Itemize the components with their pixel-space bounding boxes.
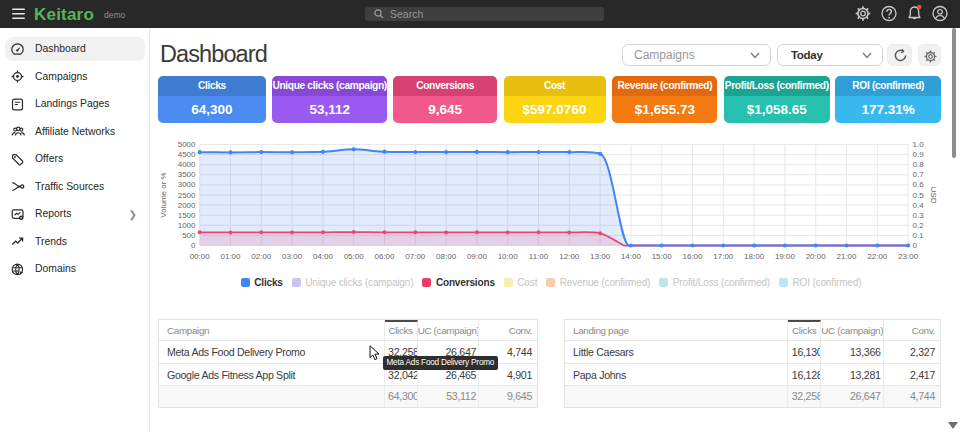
svg-text:06:00: 06:00 [374, 252, 395, 261]
svg-text:2500: 2500 [178, 191, 196, 200]
svg-text:0.5: 0.5 [913, 191, 925, 200]
svg-text:20:00: 20:00 [806, 252, 827, 261]
svg-text:08:00: 08:00 [436, 252, 457, 261]
svg-text:11:00: 11:00 [529, 252, 549, 261]
svg-text:17:00: 17:00 [713, 252, 734, 261]
svg-text:0.3: 0.3 [913, 211, 925, 220]
svg-text:1500: 1500 [178, 211, 196, 220]
svg-text:21:00: 21:00 [836, 252, 857, 261]
svg-text:0.8: 0.8 [913, 160, 925, 169]
svg-text:23:00: 23:00 [898, 252, 919, 261]
svg-text:0.2: 0.2 [913, 221, 925, 230]
svg-text:3000: 3000 [178, 180, 196, 189]
svg-text:500: 500 [182, 231, 196, 240]
svg-text:2000: 2000 [178, 201, 196, 210]
svg-text:10:00: 10:00 [498, 252, 519, 261]
svg-text:22:00: 22:00 [867, 252, 888, 261]
svg-text:13:00: 13:00 [590, 252, 611, 261]
svg-text:04:00: 04:00 [313, 252, 334, 261]
svg-text:1.0: 1.0 [913, 140, 925, 149]
svg-text:00:00: 00:00 [190, 252, 211, 261]
svg-text:Volume or %: Volume or % [159, 172, 168, 217]
svg-text:09:00: 09:00 [467, 252, 488, 261]
svg-text:05:00: 05:00 [344, 252, 365, 261]
svg-text:0.4: 0.4 [913, 201, 925, 210]
svg-text:0: 0 [913, 241, 918, 250]
svg-text:16:00: 16:00 [682, 252, 703, 261]
svg-text:18:00: 18:00 [744, 252, 765, 261]
svg-text:4500: 4500 [178, 150, 196, 159]
svg-text:01:00: 01:00 [220, 252, 241, 261]
svg-text:1000: 1000 [178, 221, 196, 230]
svg-text:0.6: 0.6 [913, 180, 925, 189]
svg-text:14:00: 14:00 [621, 252, 642, 261]
svg-text:4000: 4000 [178, 160, 196, 169]
svg-text:0: 0 [191, 241, 196, 250]
svg-text:12:00: 12:00 [559, 252, 580, 261]
svg-text:USD: USD [929, 187, 938, 204]
svg-text:02:00: 02:00 [251, 252, 272, 261]
svg-text:0.9: 0.9 [913, 150, 925, 159]
svg-text:0.7: 0.7 [913, 170, 925, 179]
svg-text:3500: 3500 [178, 170, 196, 179]
svg-text:07:00: 07:00 [405, 252, 426, 261]
svg-text:15:00: 15:00 [652, 252, 673, 261]
svg-text:0.1: 0.1 [913, 231, 925, 240]
svg-text:5000: 5000 [178, 140, 196, 149]
svg-text:19:00: 19:00 [775, 252, 796, 261]
svg-text:03:00: 03:00 [282, 252, 303, 261]
